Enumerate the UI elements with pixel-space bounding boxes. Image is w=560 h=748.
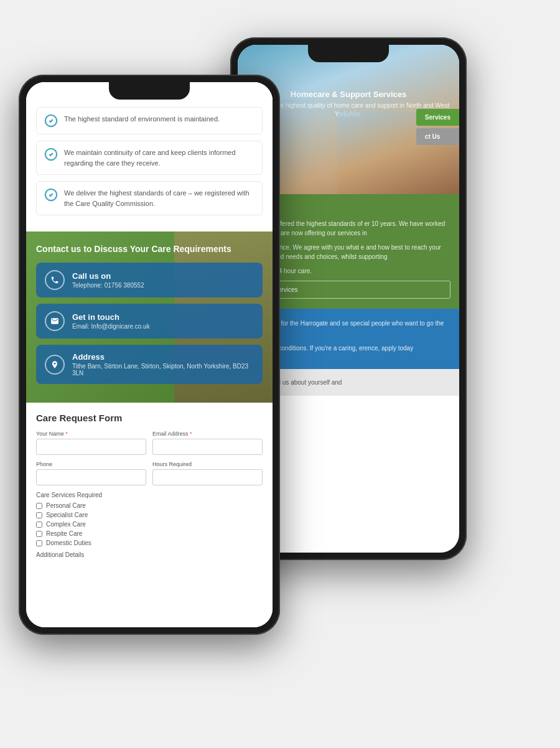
- checkbox-respite-care: Respite Care: [36, 530, 263, 537]
- checkbox-domestic-duties: Domestic Duties: [36, 540, 263, 546]
- additional-details-label: Additional Details: [36, 551, 263, 558]
- checklist-text-3: We deliver the highest standards of care…: [64, 188, 254, 208]
- services-nav-btn[interactable]: Services: [416, 109, 459, 126]
- checklist-item-3: We deliver the highest standards of care…: [36, 181, 263, 215]
- check-icon-2: [44, 147, 58, 161]
- form-group-phone: Phone: [36, 461, 146, 485]
- address-detail: Tithe Barn, Stirton Lane, Stirton, Skipt…: [72, 363, 254, 376]
- hours-label: Hours Required: [152, 461, 263, 467]
- complex-care-label: Complex Care: [46, 521, 86, 528]
- checklist-item-1: The highest standard of environment is m…: [36, 107, 263, 134]
- call-detail: Telephone: 01756 380552: [72, 282, 144, 289]
- phone-input[interactable]: [36, 469, 146, 485]
- left-phone-content: The highest standard of environment is m…: [26, 82, 273, 627]
- phone-left-screen: The highest standard of environment is m…: [26, 82, 273, 627]
- contact-card-phone: Call us on Telephone: 01756 380552: [36, 263, 263, 297]
- contact-card-email-text: Get in touch Email: Info@dignicare.co.uk: [72, 312, 150, 330]
- form-row-phone-hours: Phone Hours Required: [36, 461, 263, 485]
- call-heading: Call us on: [72, 271, 144, 281]
- scene: Homecare & Support Services Providing th…: [0, 0, 560, 748]
- contact-section-title: Contact us to Discuss Your Care Requirem…: [36, 244, 263, 254]
- checklist-item-2: We maintain continuity of care and keep …: [36, 141, 263, 175]
- email-label: Email Address *: [152, 431, 263, 437]
- check-icon-3: [44, 188, 58, 202]
- phone-label: Phone: [36, 461, 146, 467]
- contact-card-email: Get in touch Email: Info@dignicare.co.uk: [36, 304, 263, 339]
- care-services: Care Services Required Personal Care Spe…: [36, 492, 263, 546]
- checklist-section: The highest standard of environment is m…: [26, 82, 273, 231]
- care-services-title: Care Services Required: [36, 492, 263, 498]
- contact-card-phone-text: Call us on Telephone: 01756 380552: [72, 271, 144, 289]
- respite-care-label: Respite Care: [46, 530, 82, 537]
- form-title: Care Request Form: [36, 413, 263, 423]
- right-notch: [308, 45, 389, 62]
- name-label: Your Name *: [36, 431, 146, 437]
- name-input[interactable]: [36, 439, 146, 455]
- phone-icon: [45, 270, 65, 290]
- checkbox-specialist-care-input[interactable]: [36, 512, 42, 518]
- specialist-care-label: Specialist Care: [46, 512, 88, 518]
- domestic-duties-label: Domestic Duties: [46, 540, 91, 546]
- email-icon: [45, 311, 65, 331]
- checkbox-domestic-duties-input[interactable]: [36, 540, 42, 546]
- left-notch: [109, 82, 190, 100]
- checklist-text-2: We maintain continuity of care and keep …: [64, 147, 254, 168]
- form-row-name-email: Your Name * Email Address *: [36, 431, 263, 455]
- phone-left: The highest standard of environment is m…: [19, 75, 280, 635]
- checkbox-specialist-care: Specialist Care: [36, 512, 263, 518]
- checkbox-complex-care: Complex Care: [36, 521, 263, 528]
- contact-nav-btn[interactable]: ct Us: [416, 128, 459, 145]
- checkbox-personal-care-input[interactable]: [36, 503, 42, 509]
- email-detail: Email: Info@dignicare.co.uk: [72, 323, 150, 330]
- form-group-hours: Hours Required: [152, 461, 263, 485]
- address-heading: Address: [72, 352, 254, 362]
- email-input[interactable]: [152, 439, 263, 455]
- location-icon: [45, 355, 65, 375]
- checkbox-complex-care-input[interactable]: [36, 521, 42, 528]
- checklist-text-1: The highest standard of environment is m…: [64, 114, 220, 124]
- check-icon-1: [44, 114, 58, 128]
- email-heading: Get in touch: [72, 312, 150, 322]
- contact-card-address: Address Tithe Barn, Stirton Lane, Stirto…: [36, 345, 263, 384]
- nav-buttons: Services ct Us: [416, 109, 459, 145]
- contact-section: Contact us to Discuss Your Care Requirem…: [26, 231, 273, 403]
- form-group-name: Your Name *: [36, 431, 146, 455]
- checkbox-respite-care-input[interactable]: [36, 531, 42, 537]
- name-required: *: [65, 431, 68, 437]
- hours-input[interactable]: [152, 469, 263, 485]
- form-section: Care Request Form Your Name * Email Addr…: [26, 403, 273, 568]
- form-group-email: Email Address *: [152, 431, 263, 455]
- email-required: *: [190, 431, 192, 437]
- checkbox-personal-care: Personal Care: [36, 502, 263, 509]
- personal-care-label: Personal Care: [46, 502, 86, 509]
- contact-card-address-text: Address Tithe Barn, Stirton Lane, Stirto…: [72, 352, 254, 376]
